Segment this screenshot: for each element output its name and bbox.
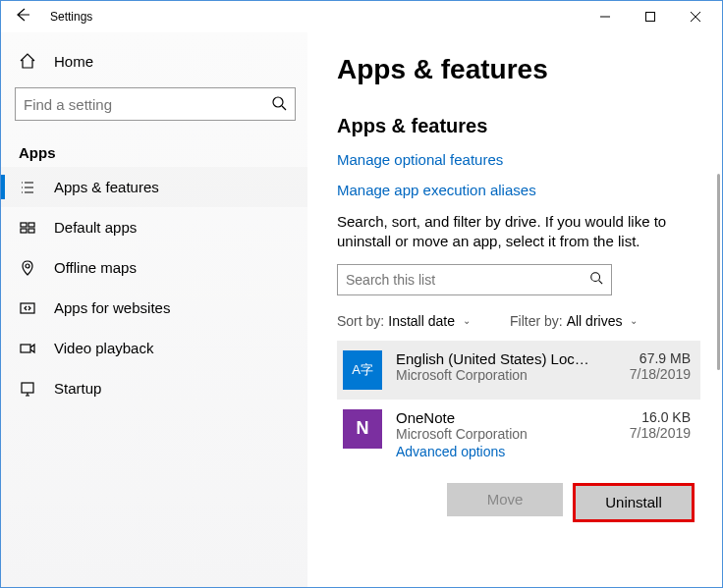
sidebar-item-offline-maps[interactable]: Offline maps [1,247,307,288]
search-icon [271,95,287,114]
search-icon [589,271,603,288]
sort-value: Install date [388,313,455,329]
app-name: OneNote [396,409,592,426]
sidebar-item-label: Apps & features [54,179,159,195]
link-execution-aliases[interactable]: Manage app execution aliases [337,182,700,198]
svg-rect-4 [21,229,27,233]
defaults-icon [19,220,36,236]
link-optional-features[interactable]: Manage optional features [337,151,700,168]
sidebar-section-label: Apps [1,127,307,167]
back-button[interactable] [5,7,32,27]
home-label: Home [54,53,93,70]
filter-value: All drives [567,313,623,329]
app-icon: N [343,409,382,449]
app-name: English (United States) Local Exp... [396,350,592,367]
move-button[interactable]: Move [447,483,563,516]
advanced-options-link[interactable]: Advanced options [396,444,630,459]
svg-point-10 [591,273,600,282]
app-row[interactable]: N OneNote Microsoft Corporation Advanced… [337,400,700,469]
app-list: A字 English (United States) Local Exp... … [337,341,700,540]
app-publisher: Microsoft Corporation [396,367,630,383]
app-row[interactable]: A字 English (United States) Local Exp... … [337,341,700,400]
app-list-search[interactable] [337,264,612,295]
app-icon: A字 [343,350,382,390]
section-description: Search, sort, and filter by drive. If yo… [337,212,671,252]
main-panel: Apps & features Apps & features Manage o… [307,32,722,587]
websites-icon [19,300,36,316]
titlebar: Settings [1,1,722,32]
chevron-down-icon: ⌄ [630,315,638,326]
app-list-search-input[interactable] [346,272,589,288]
svg-rect-2 [21,223,27,227]
svg-rect-9 [22,383,33,393]
sidebar-item-video-playback[interactable]: Video playback [1,328,307,368]
sidebar-item-default-apps[interactable]: Default apps [1,207,307,247]
maximize-button[interactable] [628,1,673,32]
app-date: 7/18/2019 [630,366,691,382]
filter-label: Filter by: [510,313,563,329]
scrollbar[interactable] [717,174,720,370]
sort-label: Sort by: [337,313,384,329]
sidebar-item-apps-websites[interactable]: Apps for websites [1,288,307,328]
svg-rect-7 [21,303,34,313]
window-title: Settings [32,10,92,24]
svg-point-1 [273,97,283,107]
chevron-down-icon: ⌄ [463,315,471,326]
startup-icon [19,381,36,397]
svg-rect-8 [21,345,30,352]
highlight-annotation: Uninstall [573,483,695,522]
sidebar-item-label: Video playback [54,340,153,356]
page-title: Apps & features [337,54,700,85]
sidebar-search-input[interactable] [24,96,271,113]
sidebar-item-label: Offline maps [54,259,137,276]
minimize-button[interactable] [583,1,628,32]
app-date: 7/18/2019 [630,425,691,441]
list-icon [19,180,36,195]
svg-rect-5 [28,229,34,233]
home-nav[interactable]: Home [1,42,307,80]
app-size: 67.9 MB [630,350,691,366]
uninstall-button[interactable]: Uninstall [576,486,692,519]
sidebar-item-label: Startup [54,380,101,397]
home-icon [19,52,36,70]
sidebar-item-apps-features[interactable]: Apps & features [1,167,307,207]
sidebar-search[interactable] [15,87,296,121]
svg-rect-0 [646,13,655,22]
sidebar: Home Apps Apps & features Default apps [1,32,307,587]
svg-rect-3 [28,223,34,227]
app-size: 16.0 KB [630,409,691,425]
section-title: Apps & features [337,115,700,137]
app-publisher: Microsoft Corporation [396,426,630,442]
close-button[interactable] [673,1,718,32]
sidebar-item-label: Default apps [54,219,137,236]
svg-point-6 [26,264,29,268]
map-icon [19,260,36,276]
sort-selector[interactable]: Sort by: Install date ⌄ [337,313,471,329]
filter-selector[interactable]: Filter by: All drives ⌄ [510,313,638,329]
sidebar-item-startup[interactable]: Startup [1,368,307,408]
video-icon [19,341,36,356]
sidebar-item-label: Apps for websites [54,299,170,316]
